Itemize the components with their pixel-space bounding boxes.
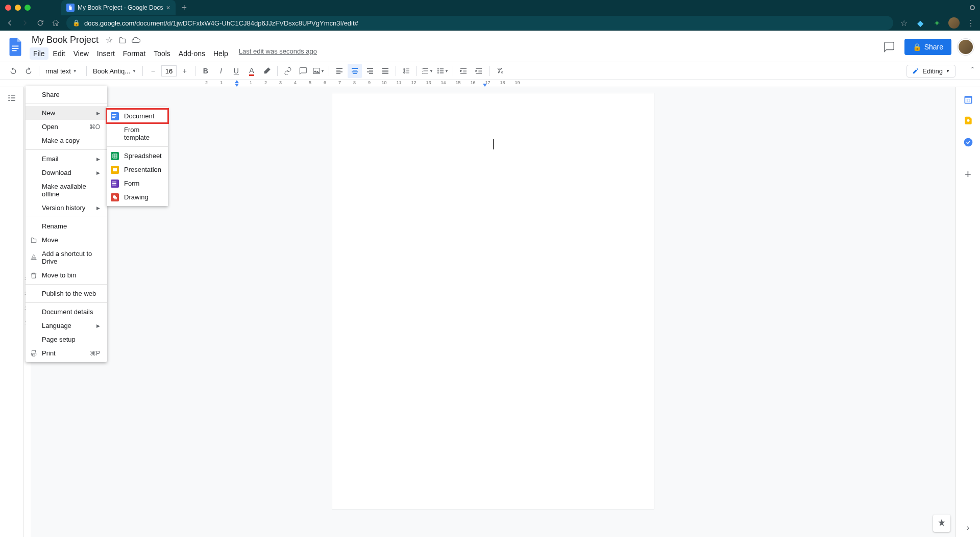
new-drawing[interactable]: Drawing	[107, 190, 168, 204]
underline-button[interactable]: U	[229, 64, 243, 78]
increase-indent-button[interactable]	[472, 64, 486, 78]
left-indent[interactable]	[235, 84, 239, 87]
new-document[interactable]: Document	[107, 109, 168, 123]
insert-comment-button[interactable]	[296, 64, 310, 78]
font-family-select[interactable]: Book Antiq...▼	[90, 67, 139, 75]
new-tab-button[interactable]: +	[182, 3, 187, 13]
new-from-template[interactable]: From template	[107, 123, 168, 144]
file-new[interactable]: New▶	[26, 106, 107, 120]
home-button[interactable]	[51, 18, 60, 28]
cloud-status-icon[interactable]	[131, 36, 140, 45]
minimize-window[interactable]	[15, 5, 21, 11]
screenshot-icon[interactable]: ◆	[916, 18, 925, 28]
paragraph-style-select[interactable]: rmal text▼	[42, 67, 83, 75]
menu-addons[interactable]: Add-ons	[175, 47, 209, 60]
align-justify-button[interactable]	[378, 64, 393, 78]
outline-toggle-button[interactable]	[5, 91, 18, 105]
file-share[interactable]: Share	[26, 88, 107, 101]
document-title[interactable]: My Book Project	[30, 34, 101, 46]
line-spacing-button[interactable]	[399, 64, 413, 78]
horizontal-ruler[interactable]: 2112345678910111213141516171819	[0, 80, 980, 87]
calendar-addon-icon[interactable]: 31	[962, 93, 974, 106]
file-download[interactable]: Download▶	[26, 166, 107, 180]
menu-help[interactable]: Help	[210, 47, 232, 60]
file-language[interactable]: Language▶	[26, 319, 107, 333]
file-add-shortcut[interactable]: Add a shortcut to Drive	[26, 247, 107, 268]
hide-sidebar-button[interactable]: ›	[967, 523, 969, 532]
bookmark-star-icon[interactable]: ☆	[899, 18, 909, 28]
undo-button[interactable]	[6, 64, 20, 78]
close-window[interactable]	[5, 5, 11, 11]
collapse-toolbar-button[interactable]: ˆ	[971, 66, 974, 75]
browser-menu-icon[interactable]: ⋮	[967, 18, 975, 28]
checklist-button[interactable]: ▼	[420, 64, 434, 78]
menu-tools[interactable]: Tools	[150, 47, 174, 60]
insert-link-button[interactable]	[281, 64, 295, 78]
profile-avatar[interactable]	[948, 17, 960, 29]
editing-mode-button[interactable]: Editing ▼	[906, 65, 955, 78]
comments-button[interactable]	[880, 38, 898, 56]
file-make-copy[interactable]: Make a copy	[26, 134, 107, 147]
italic-button[interactable]: I	[214, 64, 228, 78]
get-addons-button[interactable]: +	[965, 168, 971, 181]
document-page[interactable]	[332, 93, 654, 509]
file-page-setup[interactable]: Page setup	[26, 333, 107, 346]
font-size-input[interactable]	[161, 65, 177, 76]
menu-format[interactable]: Format	[119, 47, 149, 60]
file-details[interactable]: Document details	[26, 305, 107, 319]
account-indicator[interactable]	[970, 5, 975, 10]
svg-text:31: 31	[966, 98, 970, 102]
align-center-button[interactable]	[348, 64, 362, 78]
menu-view[interactable]: View	[70, 47, 92, 60]
text-color-button[interactable]: A	[244, 64, 259, 78]
new-form[interactable]: Form	[107, 176, 168, 190]
redo-button[interactable]	[21, 64, 36, 78]
file-publish[interactable]: Publish to the web	[26, 287, 107, 300]
menu-file[interactable]: File	[30, 47, 48, 60]
reload-button[interactable]	[36, 18, 45, 28]
keep-addon-icon[interactable]	[962, 115, 974, 127]
tasks-addon-icon[interactable]	[962, 136, 974, 148]
insert-image-button[interactable]: ▼	[311, 64, 326, 78]
user-avatar[interactable]	[958, 39, 974, 55]
highlight-button[interactable]	[260, 64, 274, 78]
forward-button[interactable]	[20, 18, 30, 28]
extensions-icon[interactable]: ✦	[932, 18, 941, 28]
maximize-window[interactable]	[24, 5, 31, 11]
document-canvas[interactable]	[31, 87, 955, 537]
back-button[interactable]	[5, 18, 14, 28]
new-presentation[interactable]: Presentation	[107, 163, 168, 176]
separator	[107, 146, 168, 147]
new-spreadsheet[interactable]: Spreadsheet	[107, 149, 168, 163]
menu-insert[interactable]: Insert	[93, 47, 118, 60]
right-indent[interactable]	[483, 84, 487, 87]
decrease-indent-button[interactable]	[456, 64, 471, 78]
star-icon[interactable]: ☆	[105, 36, 114, 45]
address-bar[interactable]: 🔒 docs.google.com/document/d/1jwDCFxlxW4…	[66, 16, 893, 30]
docs-logo[interactable]	[6, 38, 24, 56]
move-folder-icon[interactable]	[118, 36, 127, 45]
file-version-history[interactable]: Version history▶	[26, 201, 107, 215]
align-right-button[interactable]	[363, 64, 377, 78]
first-line-indent[interactable]	[235, 80, 239, 83]
sheets-icon	[111, 152, 119, 160]
share-button[interactable]: 🔒 Share	[904, 39, 951, 55]
file-print[interactable]: Print⌘P	[26, 346, 107, 360]
font-size-increase[interactable]: +	[178, 64, 192, 78]
file-open[interactable]: Open⌘O	[26, 120, 107, 134]
file-move[interactable]: Move	[26, 233, 107, 247]
menu-edit[interactable]: Edit	[50, 47, 69, 60]
font-size-decrease[interactable]: −	[146, 64, 160, 78]
file-email[interactable]: Email▶	[26, 152, 107, 166]
browser-tab[interactable]: My Book Project - Google Docs ×	[61, 0, 176, 15]
bold-button[interactable]: B	[199, 64, 213, 78]
clear-formatting-button[interactable]	[493, 64, 507, 78]
tab-close-icon[interactable]: ×	[166, 4, 170, 12]
file-offline[interactable]: Make available offline	[26, 180, 107, 201]
file-rename[interactable]: Rename	[26, 219, 107, 233]
last-edit-info[interactable]: Last edit was seconds ago	[239, 47, 317, 60]
bullet-list-button[interactable]: ▼	[435, 64, 450, 78]
explore-button[interactable]	[933, 515, 950, 532]
align-left-button[interactable]	[332, 64, 347, 78]
file-move-to-bin[interactable]: Move to bin	[26, 268, 107, 282]
